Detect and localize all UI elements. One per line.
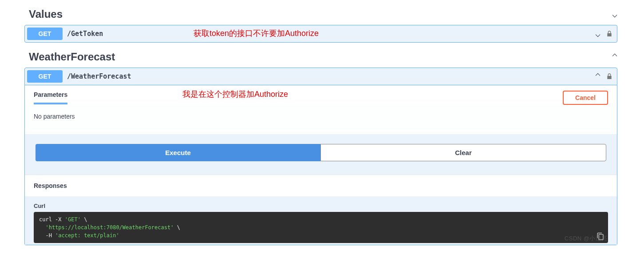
cancel-button[interactable]: Cancel	[563, 91, 608, 105]
http-method-badge: GET	[27, 28, 63, 40]
endpoint-path: /GetToken	[67, 30, 103, 38]
chevron-up-icon[interactable]: ⌵	[595, 72, 601, 81]
section-title: Values	[29, 8, 63, 20]
curl-label: Curl	[34, 203, 608, 209]
section-title: WeatherForecast	[29, 51, 115, 63]
copy-icon[interactable]	[597, 232, 604, 240]
endpoint-path: /WeatherForecast	[67, 72, 131, 80]
endpoint-row-gettoken[interactable]: GET /GetToken 获取token的接口不许要加Authorize ⌵	[24, 25, 617, 43]
lock-icon[interactable]	[606, 30, 613, 38]
chevron-down-icon: ⌵	[612, 10, 617, 19]
curl-code-block: curl -X 'GET' \ 'https://localhost:7080/…	[34, 212, 608, 243]
chevron-down-icon[interactable]: ⌵	[595, 29, 601, 38]
clear-button[interactable]: Clear	[320, 144, 606, 161]
section-header-weather[interactable]: WeatherForecast ⌵	[24, 43, 617, 68]
endpoint-row-weatherforecast[interactable]: GET /WeatherForecast ⌵	[24, 68, 617, 85]
chevron-up-icon: ⌵	[612, 52, 617, 61]
endpoint-body: Parameters 我是在这个控制器加Authorize Cancel No …	[24, 85, 617, 245]
parameters-body: No parameters	[25, 105, 617, 134]
http-method-badge: GET	[27, 70, 63, 83]
parameters-tab[interactable]: Parameters	[34, 91, 67, 104]
annotation-text: 我是在这个控制器加Authorize	[182, 89, 288, 100]
section-header-values[interactable]: Values ⌵	[24, 0, 617, 25]
annotation-text: 获取token的接口不许要加Authorize	[194, 28, 319, 39]
execute-button[interactable]: Execute	[36, 144, 320, 161]
lock-icon[interactable]	[606, 72, 613, 80]
responses-header: Responses	[25, 175, 617, 196]
no-parameters-text: No parameters	[34, 113, 75, 120]
